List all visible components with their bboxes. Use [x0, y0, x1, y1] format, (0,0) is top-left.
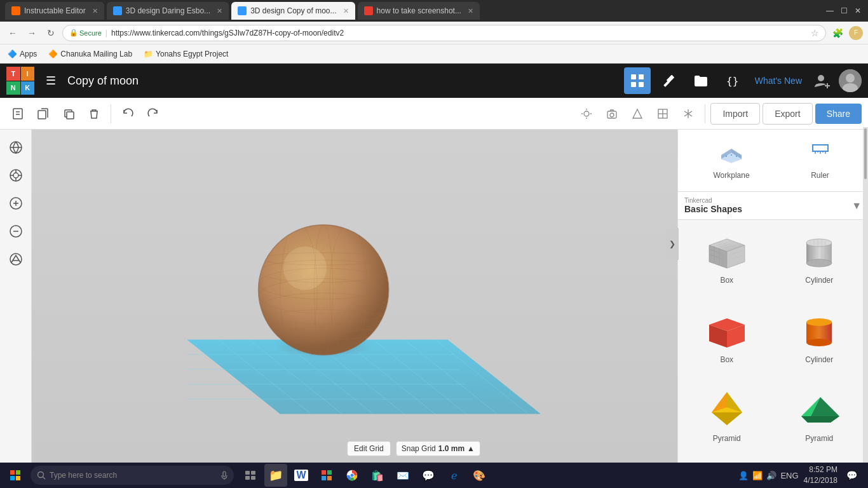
zoom-out-button[interactable] [4, 220, 27, 243]
zoom-in-button[interactable] [4, 192, 27, 215]
shape-yellow-pyramid[interactable]: Pyramid [683, 383, 771, 458]
tab-screenshot[interactable]: how to take screenshot... ✕ [358, 2, 480, 20]
yonahs-bookmark-label: Yonahs Egypt Project [156, 50, 228, 58]
taskbar-file-explorer[interactable]: 📁 [264, 464, 287, 487]
tab-3d-design-1[interactable]: 3D design Daring Esbo... ✕ [107, 2, 229, 20]
taskbar-apps-grid[interactable] [315, 464, 338, 487]
network-icon[interactable]: 📶 [752, 471, 763, 480]
delete-icon [88, 107, 100, 120]
redo-button[interactable] [142, 102, 165, 125]
taskbar-search-bar[interactable]: Type here to search [31, 466, 234, 485]
ruler-label: Ruler [811, 171, 829, 180]
edit-grid-button[interactable]: Edit Grid [347, 441, 391, 456]
taskbar-messaging[interactable]: 💬 [417, 464, 440, 487]
tab-close-2[interactable]: ✕ [217, 7, 222, 15]
snap-grid-arrow-icon[interactable]: ▲ [467, 444, 475, 453]
camera-button[interactable] [600, 102, 623, 125]
system-icons: 👤 📶 🔊 ENG [738, 471, 798, 480]
shape-orange-cylinder[interactable]: Cylinder [776, 304, 864, 379]
tab-close-4[interactable]: ✕ [468, 7, 473, 15]
fit-view-button[interactable] [4, 164, 27, 187]
volume-icon[interactable]: 🔊 [766, 471, 776, 480]
right-panel-tools: Workplane Ruler [678, 130, 868, 192]
shapes-dropdown: Tinkercad Basic Shapes ▼ [678, 192, 868, 220]
notification-button[interactable]: 💬 [843, 466, 860, 484]
canvas-area[interactable]: Edit Grid Snap Grid 1.0 mm ▲ [32, 130, 677, 463]
add-user-button[interactable] [811, 69, 834, 92]
clock[interactable]: 8:52 PM 4/12/2018 [804, 464, 837, 486]
workplane-tool[interactable]: Workplane [703, 136, 759, 185]
hamburger-menu-button[interactable]: ☰ [41, 71, 61, 91]
ruler-tool[interactable]: Ruler [797, 136, 843, 185]
taskbar-task-view[interactable] [239, 464, 262, 487]
projects-button[interactable] [688, 67, 714, 94]
bookmark-star-icon[interactable]: ☆ [811, 28, 819, 38]
refresh-button[interactable]: ↻ [43, 25, 58, 41]
close-button[interactable]: ✕ [853, 6, 863, 16]
scrollbar-thumb[interactable] [864, 130, 867, 179]
extensions-button[interactable]: 🧩 [830, 25, 845, 41]
redo-icon [147, 107, 159, 120]
shape-button[interactable] [626, 102, 649, 125]
code-button[interactable]: {} [719, 67, 746, 94]
taskbar-mail[interactable]: ✉️ [391, 464, 414, 487]
grid-view-button[interactable] [624, 67, 651, 94]
clock-date: 4/12/2018 [804, 475, 837, 486]
export-button[interactable]: Export [763, 103, 812, 125]
address-bar[interactable]: 🔒 Secure | https://www.tinkercad.com/thi… [62, 25, 826, 41]
bookmark-chanuka[interactable]: 🔶 Chanuka Mailing Lab [46, 48, 135, 60]
tab-close-1[interactable]: ✕ [92, 7, 98, 15]
home-icon [9, 140, 23, 154]
svg-point-59 [259, 225, 389, 355]
taskbar-chrome[interactable] [341, 464, 363, 487]
undo-button[interactable] [116, 102, 139, 125]
back-button[interactable]: ← [5, 25, 20, 41]
orthographic-button[interactable] [4, 248, 27, 271]
tab-copy-of-moon[interactable]: 3D design Copy of moo... ✕ [231, 2, 355, 20]
home-view-button[interactable] [4, 136, 27, 159]
tc-logo[interactable]: T I N K [6, 67, 34, 95]
delete-button[interactable] [83, 102, 105, 125]
taskbar-edge[interactable]: ℯ [442, 464, 465, 487]
copy-paste-button[interactable] [32, 102, 55, 125]
copy-icon [37, 107, 50, 120]
share-button[interactable]: Share [815, 104, 862, 124]
grid-button[interactable] [651, 102, 674, 125]
store-icon: 🛍️ [371, 470, 384, 482]
shape-gray-box[interactable]: Box [683, 225, 771, 299]
taskbar-paint[interactable]: 🎨 [468, 464, 491, 487]
share-label: Share [827, 109, 850, 119]
taskbar-store[interactable]: 🛍️ [366, 464, 389, 487]
profile-icon[interactable]: F [849, 26, 863, 40]
fit-icon [9, 168, 23, 182]
forward-button[interactable]: → [24, 25, 39, 41]
bookmark-yonahs[interactable]: 📁 Yonahs Egypt Project [141, 48, 231, 60]
shape-red-box[interactable]: Box [683, 304, 771, 379]
avatar[interactable] [839, 69, 862, 92]
tab-instructable[interactable]: Instructable Editor ✕ [5, 2, 104, 20]
tab-close-3[interactable]: ✕ [343, 7, 349, 15]
code-icon: {} [726, 75, 738, 87]
snap-grid-value: 1.0 mm [438, 444, 465, 453]
language-label[interactable]: ENG [780, 471, 798, 480]
duplicate-button[interactable] [57, 102, 80, 125]
taskbar-word[interactable]: W [290, 464, 313, 487]
flip-button[interactable] [677, 102, 700, 125]
minimize-button[interactable]: — [825, 6, 835, 16]
design-button[interactable] [656, 67, 682, 94]
maximize-button[interactable]: ☐ [839, 6, 849, 16]
light-button[interactable] [575, 102, 598, 125]
import-button[interactable]: Import [710, 103, 760, 125]
import-label: Import [722, 109, 748, 119]
right-panel-scrollbar[interactable] [863, 130, 868, 463]
panel-collapse-button[interactable]: ❯ [666, 228, 679, 260]
people-icon[interactable]: 👤 [738, 471, 749, 480]
shape-green-pyramid[interactable]: Pyramid [776, 383, 864, 458]
file-explorer-icon: 📁 [269, 468, 283, 482]
shape-gray-cylinder[interactable]: Cylinder [776, 225, 864, 299]
new-design-button[interactable] [6, 102, 29, 125]
whats-new-button[interactable]: What's New [751, 76, 806, 86]
bookmark-apps[interactable]: 🔷 Apps [5, 48, 39, 60]
dropdown-arrow-icon[interactable]: ▼ [851, 200, 862, 212]
start-button[interactable] [3, 464, 28, 487]
